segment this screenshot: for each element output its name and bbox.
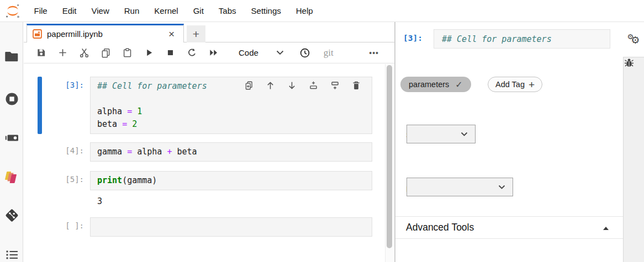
menu-item-view[interactable]: View	[84, 6, 117, 15]
folder-icon[interactable]	[0, 50, 23, 62]
run-icon[interactable]	[138, 47, 160, 58]
more-icon[interactable]: •••	[369, 49, 379, 57]
menu-items: FileEditViewRunKernelGitTabsSettingsHelp	[27, 6, 320, 15]
left-sidebar	[0, 22, 23, 262]
bullet-list-icon[interactable]	[0, 249, 23, 261]
insert-above-icon[interactable]	[309, 81, 318, 90]
move-up-icon[interactable]	[266, 81, 275, 90]
right-sidebar-track	[623, 57, 644, 262]
save-icon[interactable]	[30, 47, 52, 58]
stop-circle-icon[interactable]	[0, 92, 23, 106]
raw-nbconvert-select[interactable]	[407, 178, 513, 196]
notebook-cell: [ ]:	[24, 217, 394, 237]
move-down-icon[interactable]	[287, 81, 297, 90]
cell-toolbar	[244, 81, 361, 90]
output-text: 3	[90, 195, 102, 208]
notebook-icon	[33, 29, 42, 39]
cell-prompt: [4]:	[24, 142, 90, 162]
projector-card-icon[interactable]	[0, 133, 23, 143]
close-icon[interactable]: ×	[165, 29, 178, 39]
notebook-cell: [3]:## Cell for parameters alpha = 1beta…	[24, 77, 394, 134]
cut-icon[interactable]	[73, 47, 95, 58]
copy-icon[interactable]	[95, 47, 117, 58]
menu-item-git[interactable]: Git	[186, 6, 211, 15]
tag-parameters[interactable]: parameters ✓	[400, 77, 471, 92]
duplicate-cell-icon[interactable]	[244, 81, 254, 90]
scrollbar-thumb[interactable]	[387, 65, 392, 248]
delete-cell-icon[interactable]	[352, 81, 361, 90]
menu-item-kernel[interactable]: Kernel	[147, 6, 186, 15]
section-divider	[395, 216, 623, 217]
chevron-down-icon[interactable]	[276, 50, 284, 55]
property-inspector-panel: [3]: ## Cell for parameters Cell Tags pa…	[395, 22, 623, 262]
tab-property-inspector[interactable]: ⚙⚙	[623, 22, 644, 57]
new-tab-button[interactable]: +	[187, 25, 205, 42]
inspector-cell-prompt: [3]:	[403, 34, 423, 42]
cell-input[interactable]	[90, 217, 372, 237]
menu-item-run[interactable]: Run	[117, 6, 147, 15]
inspector-cell-preview: ## Cell for parameters	[434, 29, 610, 49]
chevron-down-icon	[498, 185, 505, 189]
notebook-scrollbar[interactable]	[385, 64, 393, 262]
menu-item-help[interactable]: Help	[288, 6, 320, 15]
cell-type-dropdown[interactable]: Code	[239, 48, 258, 57]
jupyter-logo-icon	[4, 3, 21, 19]
stop-icon[interactable]	[160, 47, 181, 58]
git-diamond-icon[interactable]	[0, 208, 23, 223]
cell-input[interactable]: gamma = alpha + beta	[90, 142, 372, 162]
check-icon: ✓	[455, 79, 462, 90]
advanced-tools-header[interactable]: Advanced Tools	[406, 222, 474, 233]
insert-below-icon[interactable]	[330, 81, 340, 90]
cell-prompt: [5]:	[24, 171, 90, 190]
tab-papermill[interactable]: papermill.ipynb ×	[27, 24, 184, 42]
stacked-books-icon[interactable]	[0, 170, 23, 186]
notebook-cell: [4]:gamma = alpha + beta	[24, 142, 394, 162]
cell-output: 3	[24, 195, 394, 208]
slide-type-select[interactable]	[407, 125, 476, 143]
cell-prompt: [ ]:	[24, 217, 90, 237]
tab-title: papermill.ipynb	[47, 29, 103, 39]
bug-icon[interactable]	[624, 57, 644, 68]
menu-item-file[interactable]: File	[27, 6, 55, 15]
restart-run-all-icon[interactable]	[203, 47, 224, 58]
notebook-cells: [3]:## Cell for parameters alpha = 1beta…	[24, 64, 394, 262]
menu-item-tabs[interactable]: Tabs	[211, 6, 244, 15]
tab-bar: papermill.ipynb × +	[24, 22, 394, 42]
add-cell-icon[interactable]	[52, 47, 73, 58]
git-label[interactable]: git	[324, 47, 334, 58]
cell-prompt: [3]:	[24, 77, 90, 134]
menu-bar: FileEditViewRunKernelGitTabsSettingsHelp	[0, 0, 644, 22]
chevron-down-icon	[461, 132, 468, 136]
section-divider	[395, 238, 623, 239]
notebook-toolbar: Code git •••	[24, 42, 394, 63]
menu-item-settings[interactable]: Settings	[244, 6, 288, 15]
menu-item-edit[interactable]: Edit	[55, 6, 84, 15]
add-tag-button[interactable]: Add Tag +	[488, 77, 542, 92]
restart-kernel-icon[interactable]	[181, 47, 203, 58]
paste-icon[interactable]	[117, 47, 138, 58]
notebook-cell: [5]:print(gamma)	[24, 171, 394, 190]
plus-icon: +	[529, 79, 535, 90]
active-cell-collapser[interactable]	[38, 77, 42, 134]
gears-icon: ⚙⚙	[627, 33, 640, 45]
right-sidebar: ⚙⚙	[623, 22, 644, 262]
collapse-caret-icon[interactable]	[603, 227, 609, 230]
cell-input[interactable]: ## Cell for parameters alpha = 1beta = 2	[90, 77, 372, 134]
notebook-panel: papermill.ipynb × +	[24, 22, 394, 262]
cell-input[interactable]: print(gamma)	[90, 171, 372, 190]
clock-icon[interactable]	[299, 47, 310, 58]
